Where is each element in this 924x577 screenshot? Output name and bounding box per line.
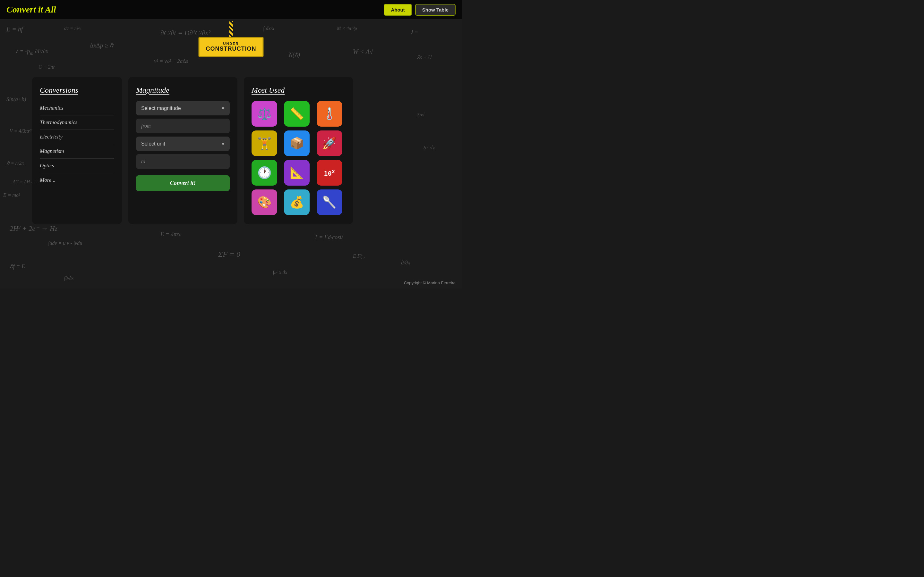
force-icon: 🏋️ <box>257 137 272 150</box>
icon-volume-button[interactable]: 📦 <box>284 131 310 156</box>
icon-cooking-button[interactable]: 🥄 <box>317 189 342 215</box>
icons-grid: ⚖️ 📏 🌡️ 🏋️ 📦 🚀 🕐 📐 <box>252 101 345 215</box>
icon-angle-button[interactable]: 📐 <box>284 160 310 185</box>
icon-scientific-button[interactable]: 10x <box>317 160 342 185</box>
conversion-item-thermodynamics[interactable]: Thermodynamics <box>40 115 114 130</box>
icon-currency-button[interactable]: 💰 <box>284 189 310 215</box>
to-dropdown-wrapper: Select unit ▼ <box>136 137 230 151</box>
magnitude-panel-title: Magnitude <box>136 86 230 95</box>
volume-icon: 📦 <box>290 137 304 150</box>
currency-icon: 💰 <box>290 195 304 209</box>
crane-hook <box>229 21 233 37</box>
mass-icon: ⚖️ <box>257 107 272 121</box>
conversion-item-more[interactable]: More... <box>40 173 114 187</box>
angle-icon: 📐 <box>290 166 304 179</box>
app-title: Convert it All <box>6 5 56 15</box>
icon-mass-button[interactable]: ⚖️ <box>252 101 277 127</box>
uc-sign: UNDER CONSTRUCTION <box>199 37 264 57</box>
speed-icon: 🚀 <box>322 137 336 150</box>
header: Convert it All About Show Table <box>0 0 462 19</box>
footer: Copyright © Marina Ferreira <box>404 280 456 285</box>
magnitude-panel: Magnitude Select magnitude ▼ Select unit… <box>128 77 237 224</box>
conversion-item-magnetism[interactable]: Magnetism <box>40 144 114 159</box>
under-construction-banner: UNDER CONSTRUCTION <box>199 21 264 57</box>
magnitude-dropdown-1[interactable]: Select magnitude <box>136 101 230 115</box>
uc-construction-text: CONSTRUCTION <box>206 45 256 52</box>
icon-time-button[interactable]: 🕐 <box>252 160 277 185</box>
scientific-icon: 10x <box>324 168 335 177</box>
icon-length-button[interactable]: 📏 <box>284 101 310 127</box>
length-icon: 📏 <box>290 107 304 121</box>
to-input[interactable] <box>136 154 230 169</box>
magnitude-dropdown-2[interactable]: Select unit <box>136 137 230 151</box>
copyright-text: Copyright © Marina Ferreira <box>404 280 456 285</box>
most-used-panel-title: Most Used <box>252 86 345 95</box>
header-buttons: About Show Table <box>384 4 456 16</box>
convert-button[interactable]: Convert it! <box>136 175 230 191</box>
icon-speed-button[interactable]: 🚀 <box>317 131 342 156</box>
conversions-panel: Conversions Mechanics Thermodynamics Ele… <box>32 77 122 224</box>
most-used-panel: Most Used ⚖️ 📏 🌡️ 🏋️ 📦 🚀 🕐 <box>244 77 353 224</box>
icon-force-button[interactable]: 🏋️ <box>252 131 277 156</box>
show-table-button[interactable]: Show Table <box>415 4 456 16</box>
icon-color-button[interactable]: 🎨 <box>252 189 277 215</box>
from-dropdown-wrapper: Select magnitude ▼ <box>136 101 230 115</box>
conversion-item-electricity[interactable]: Electricity <box>40 130 114 144</box>
from-input[interactable] <box>136 119 230 133</box>
about-button[interactable]: About <box>384 4 412 16</box>
conversions-panel-title: Conversions <box>40 86 114 95</box>
time-icon: 🕐 <box>257 166 272 179</box>
icon-temperature-button[interactable]: 🌡️ <box>317 101 342 127</box>
panels-container: Conversions Mechanics Thermodynamics Ele… <box>32 77 436 224</box>
conversion-item-optics[interactable]: Optics <box>40 159 114 173</box>
uc-under-text: UNDER <box>206 42 256 45</box>
spoon-icon: 🥄 <box>322 195 336 209</box>
conversion-item-mechanics[interactable]: Mechanics <box>40 101 114 115</box>
color-icon: 🎨 <box>257 195 272 209</box>
temperature-icon: 🌡️ <box>322 107 336 121</box>
